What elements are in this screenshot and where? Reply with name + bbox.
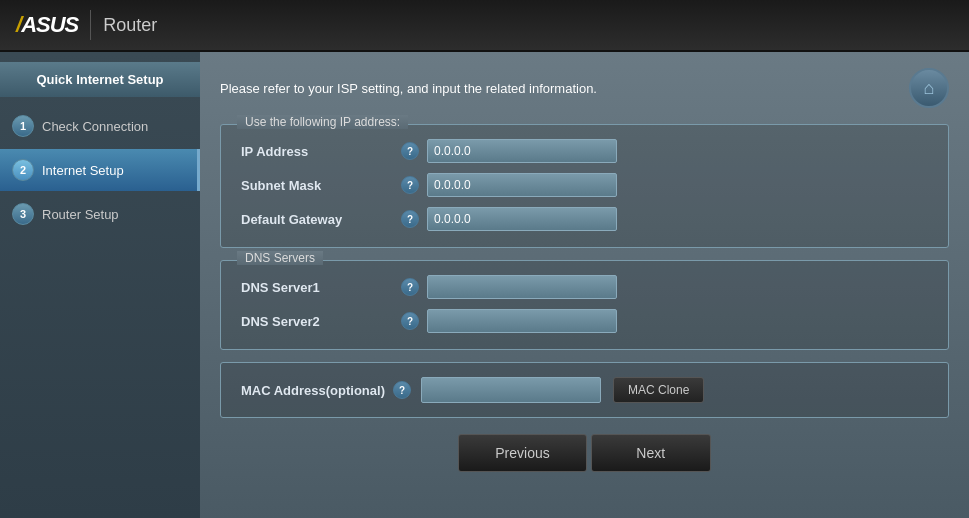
bottom-buttons: Previous Next	[220, 434, 949, 472]
header: /ASUS Router	[0, 0, 969, 52]
main-content: Please refer to your ISP setting, and in…	[200, 52, 969, 518]
dns-server1-input[interactable]	[427, 275, 617, 299]
default-gateway-label: Default Gateway	[241, 212, 401, 227]
default-gateway-help-icon[interactable]: ?	[401, 210, 419, 228]
ip-address-help-icon[interactable]: ?	[401, 142, 419, 160]
asus-logo: /ASUS	[16, 12, 78, 38]
subnet-mask-row: Subnet Mask ?	[241, 173, 928, 197]
dns-server1-row: DNS Server1 ?	[241, 275, 928, 299]
layout: Quick Internet Setup 1 Check Connection …	[0, 52, 969, 518]
ip-address-input[interactable]	[427, 139, 617, 163]
dns-server2-row: DNS Server2 ?	[241, 309, 928, 333]
subnet-mask-label: Subnet Mask	[241, 178, 401, 193]
previous-button[interactable]: Previous	[458, 434, 586, 472]
default-gateway-input[interactable]	[427, 207, 617, 231]
sidebar-label-check-connection: Check Connection	[42, 119, 148, 134]
next-button[interactable]: Next	[591, 434, 711, 472]
instruction-text: Please refer to your ISP setting, and in…	[220, 81, 597, 96]
mac-clone-button[interactable]: MAC Clone	[613, 377, 704, 403]
home-icon: ⌂	[924, 78, 935, 99]
dns-server1-label: DNS Server1	[241, 280, 401, 295]
mac-section: MAC Address(optional) ? MAC Clone	[220, 362, 949, 418]
sidebar-item-router-setup[interactable]: 3 Router Setup	[0, 193, 200, 235]
dns-server1-help-icon[interactable]: ?	[401, 278, 419, 296]
header-divider	[90, 10, 91, 40]
sidebar-label-router-setup: Router Setup	[42, 207, 119, 222]
step-circle-3: 3	[12, 203, 34, 225]
ip-address-label: IP Address	[241, 144, 401, 159]
home-button[interactable]: ⌂	[909, 68, 949, 108]
mac-address-input[interactable]	[421, 377, 601, 403]
default-gateway-row: Default Gateway ?	[241, 207, 928, 231]
dns-server2-label: DNS Server2	[241, 314, 401, 329]
step-circle-1: 1	[12, 115, 34, 137]
ip-section: Use the following IP address: IP Address…	[220, 124, 949, 248]
header-title: Router	[103, 15, 157, 36]
dns-server2-input[interactable]	[427, 309, 617, 333]
dns-section-legend: DNS Servers	[237, 251, 323, 265]
mac-address-label: MAC Address(optional)	[241, 383, 385, 398]
ip-section-legend: Use the following IP address:	[237, 115, 408, 129]
dns-server2-help-icon[interactable]: ?	[401, 312, 419, 330]
sidebar-item-internet-setup[interactable]: 2 Internet Setup	[0, 149, 200, 191]
subnet-mask-input[interactable]	[427, 173, 617, 197]
subnet-mask-help-icon[interactable]: ?	[401, 176, 419, 194]
dns-section: DNS Servers DNS Server1 ? DNS Server2 ?	[220, 260, 949, 350]
ip-address-row: IP Address ?	[241, 139, 928, 163]
quick-internet-setup-label[interactable]: Quick Internet Setup	[0, 62, 200, 97]
step-circle-2: 2	[12, 159, 34, 181]
top-bar: Please refer to your ISP setting, and in…	[220, 68, 949, 108]
sidebar-label-internet-setup: Internet Setup	[42, 163, 124, 178]
mac-address-help-icon[interactable]: ?	[393, 381, 411, 399]
sidebar: Quick Internet Setup 1 Check Connection …	[0, 52, 200, 518]
sidebar-item-check-connection[interactable]: 1 Check Connection	[0, 105, 200, 147]
